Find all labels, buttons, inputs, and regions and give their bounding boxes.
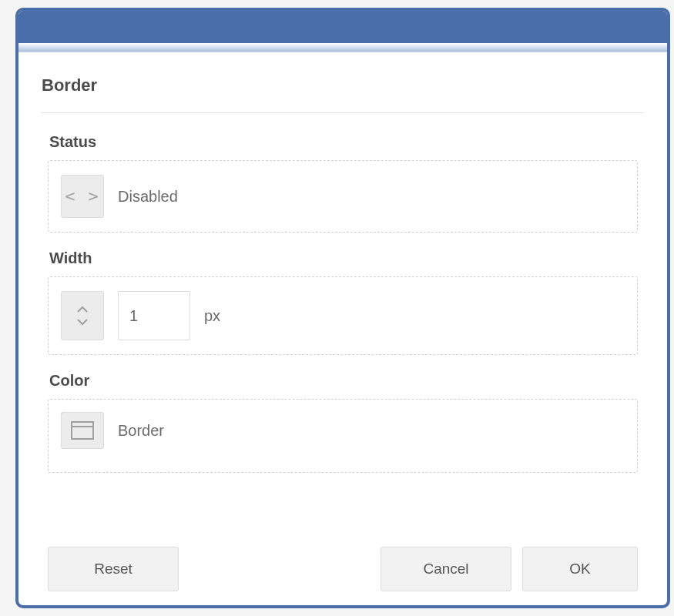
dialog-footer: Reset Cancel OK [18,547,667,591]
chevron-down-icon [76,318,89,326]
width-label: Width [49,249,638,267]
reset-button[interactable]: Reset [48,547,179,591]
chevron-up-icon [76,306,89,313]
width-input[interactable] [118,291,190,340]
dialog-window: Border Status < > Disabled Width [15,8,670,608]
cancel-button[interactable]: Cancel [381,547,511,591]
color-box: Border [48,399,638,473]
color-value: Border [118,422,164,440]
color-section: Color Border [42,372,644,473]
status-value: Disabled [118,188,178,206]
dialog-title: Border [42,75,644,95]
rectangle-icon [71,421,94,440]
code-icon: < > [65,188,100,205]
dialog-content: Border Status < > Disabled Width [18,52,667,473]
titlebar [18,11,667,43]
status-section: Status < > Disabled [42,133,644,233]
status-box: < > Disabled [48,160,638,233]
width-unit: px [204,307,220,325]
svg-rect-0 [72,422,93,439]
width-stepper[interactable] [61,291,104,340]
status-label: Status [49,133,638,151]
color-label: Color [49,372,638,390]
status-toggle-button[interactable]: < > [61,175,104,218]
color-picker-button[interactable] [61,412,104,449]
titlebar-gradient [18,43,667,52]
ok-button[interactable]: OK [522,547,638,591]
divider [42,112,644,113]
width-section: Width px [42,249,644,355]
width-box: px [48,276,638,355]
